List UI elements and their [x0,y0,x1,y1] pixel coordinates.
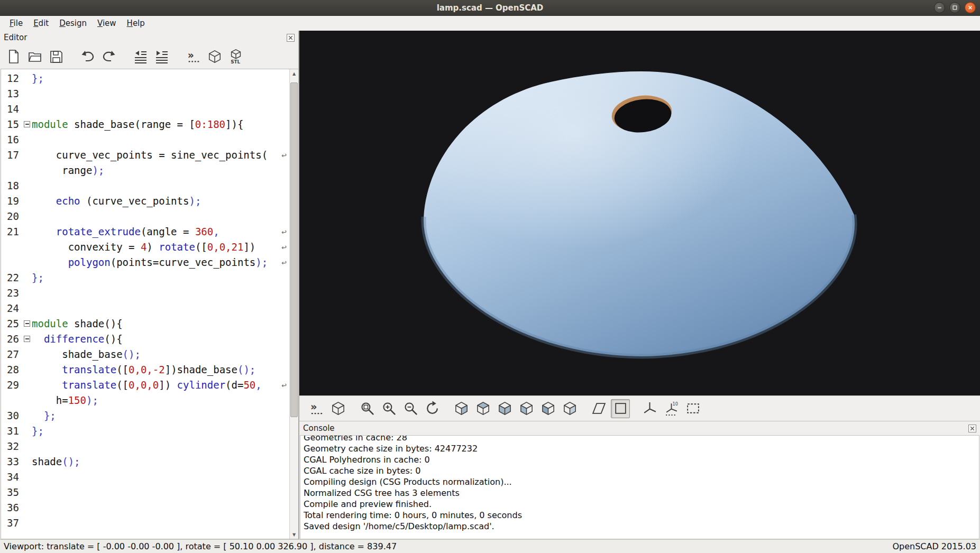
fold-collapse-icon[interactable] [24,320,30,327]
perspective-icon[interactable] [589,399,608,418]
fold-marker[interactable] [23,331,32,347]
fold-margin [23,347,32,362]
save-icon[interactable] [48,48,65,65]
code-line[interactable]: 27 shade_base(); [1,347,289,362]
show-axes-icon[interactable] [640,399,659,418]
code-line[interactable]: 23 [1,285,289,301]
view-bottom-icon[interactable] [495,399,514,418]
render-icon[interactable] [328,399,347,418]
view-all-icon[interactable] [683,399,702,418]
code-line[interactable]: 32 [1,439,289,454]
line-number: 28 [1,362,23,377]
fold-marker[interactable] [23,117,32,132]
line-number: 25 [1,316,23,331]
code-line[interactable]: 29 translate([0,0,0]) cylinder(d=50,↩ [1,377,289,393]
preview-icon[interactable]: » [185,48,202,65]
code-line[interactable]: 37 [1,515,289,531]
code-line[interactable]: range); [1,163,289,178]
code-line[interactable]: 28 translate([0,0,-2])shade_base(); [1,362,289,377]
code-line[interactable]: 15module shade_base(range = [0:180]){ [1,117,289,132]
code-line[interactable]: 25module shade(){ [1,316,289,331]
code-line[interactable]: 20 [1,209,289,224]
view-right-icon[interactable] [452,399,471,418]
code-line[interactable]: h=150); [1,393,289,408]
code-line[interactable]: 19 echo (curve_vec_points); [1,193,289,209]
menu-item-file[interactable]: File [4,16,28,30]
fold-marker[interactable] [23,316,32,331]
orthographic-icon[interactable] [611,399,630,418]
code-line[interactable]: 13 [1,86,289,102]
fold-margin [23,469,32,485]
code-line[interactable]: 34 [1,469,289,485]
render-icon[interactable] [206,48,223,65]
preview-icon[interactable]: » [307,399,326,418]
code-line[interactable]: 18 [1,178,289,193]
code-line[interactable]: 31}; [1,423,289,439]
scrollbar-thumb[interactable] [290,82,298,417]
code-line[interactable]: 24 [1,301,289,316]
code-line[interactable]: 17 curve_vec_points = sine_vec_points(↩ [1,148,289,163]
undo-icon[interactable] [79,48,96,65]
code-rows: 12};131415module shade_base(range = [0:1… [1,69,289,539]
3d-viewport[interactable] [299,31,980,395]
code-line[interactable]: 16 [1,132,289,148]
code-line[interactable]: 12}; [1,71,289,86]
code-line[interactable]: 35 [1,485,289,500]
main-area: Editor »STL 12};131415module shade_base(… [0,31,980,539]
fold-margin [23,285,32,301]
maximize-button[interactable] [949,2,960,13]
menu-item-design[interactable]: Design [54,16,92,30]
console-close-icon[interactable] [968,425,976,432]
redo-icon[interactable] [100,48,117,65]
close-button[interactable] [965,2,976,13]
code-line[interactable]: 30 }; [1,408,289,423]
fold-collapse-icon[interactable] [24,121,30,127]
editor-scrollbar[interactable]: ▲ ▼ [289,69,298,539]
menu-item-edit[interactable]: Edit [28,16,54,30]
code-line[interactable]: 36 [1,500,289,515]
export-stl-icon[interactable]: STL [227,48,244,65]
fold-collapse-icon[interactable] [24,336,30,342]
code-line[interactable]: convexity = 4) rotate([0,0,21])↩ [1,239,289,255]
fold-margin [23,515,32,531]
code-editor[interactable]: 12};131415module shade_base(range = [0:1… [1,69,298,539]
menu-item-help[interactable]: Help [122,16,150,30]
scroll-up-icon[interactable]: ▲ [290,69,298,78]
console-panel-header: Console [299,421,980,435]
unindent-icon[interactable] [132,48,149,65]
fold-margin [23,163,32,178]
scrollbar-track[interactable] [290,78,298,530]
reset-view-icon[interactable] [423,399,442,418]
zoom-out-icon[interactable] [401,399,420,418]
code-line[interactable]: 14 [1,102,289,117]
fold-margin [23,71,32,86]
code-line[interactable]: 22}; [1,270,289,285]
zoom-all-icon[interactable] [358,399,377,418]
fold-margin [23,148,32,163]
view-front-icon[interactable] [538,399,557,418]
view-left-icon[interactable] [517,399,536,418]
menu-item-view[interactable]: View [92,16,122,30]
fold-margin [23,362,32,377]
editor-close-icon[interactable] [287,34,295,42]
zoom-in-icon[interactable] [379,399,398,418]
code-line[interactable]: polygon(points=curve_vec_points);↩ [1,255,289,270]
minimize-button[interactable] [934,2,945,13]
view-top-icon[interactable] [473,399,492,418]
new-file-icon[interactable] [5,48,22,65]
line-number [1,255,23,270]
line-wrap-icon: ↩ [281,377,287,393]
code-line[interactable]: 21 rotate_extrude(angle = 360,↩ [1,224,289,239]
code-text: }; [32,423,44,439]
view-back-icon[interactable] [560,399,579,418]
svg-text:10: 10 [672,401,678,407]
indent-icon[interactable] [153,48,170,65]
scroll-down-icon[interactable]: ▼ [290,530,298,539]
console-output[interactable]: Geometries in cache: 28Geometry cache si… [300,435,979,539]
line-number: 36 [1,500,23,515]
show-scale-markers-icon[interactable]: 10 [662,399,681,418]
code-line[interactable]: 26 difference(){ [1,331,289,347]
open-icon[interactable] [26,48,43,65]
code-line[interactable]: 33shade(); [1,454,289,469]
console-line: Compile and preview finished. [304,499,979,510]
